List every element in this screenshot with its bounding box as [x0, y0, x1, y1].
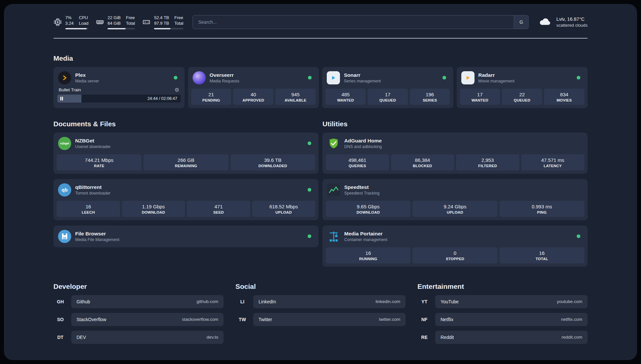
app-card-overseerr[interactable]: Overseerr Media Requests 21 PENDING 40 A…	[188, 67, 319, 108]
bookmark-link-twitter[interactable]: Twitter twitter.com	[253, 313, 406, 326]
bookmark-url: github.com	[197, 299, 218, 304]
stat-wanted: 485 WANTED	[325, 89, 366, 105]
qbittorrent-icon: qb	[58, 183, 71, 197]
bookmark-link-stackoverflow[interactable]: StackOverflow stackoverflow.com	[71, 313, 224, 326]
top-bar: 7% 3.24 CPU Load	[53, 15, 588, 29]
stat-label: QUEUED	[503, 98, 541, 102]
disk-widget: 52.4 TB 97.9 TB Free Total	[142, 15, 183, 29]
bookmark-name: YouTube	[441, 299, 459, 304]
memory-progress-fill	[107, 28, 126, 29]
memory-label-bottom: Total	[126, 21, 135, 26]
section-title-utilities: Utilities	[322, 120, 588, 128]
stat-seed: 471 SEED	[187, 201, 250, 217]
app-card-radarr[interactable]: Radarr Movie management 17 WANTED 22 QUE…	[457, 67, 588, 108]
app-subtitle: DNS and adblocking	[344, 144, 382, 149]
app-card-plex[interactable]: Plex Media server Bullet Train ⚙ 24:44 /…	[53, 67, 185, 108]
stat-wanted: 17 WANTED	[460, 89, 500, 105]
app-subtitle: Container management	[344, 237, 387, 242]
adguard-icon	[327, 137, 340, 150]
app-subtitle: Media Requests	[210, 79, 239, 83]
status-dot	[443, 76, 446, 79]
stat-ping: 0.993 ms PING	[500, 201, 584, 217]
cpu-usage-value: 7%	[65, 15, 74, 21]
stat-value: 2,953	[457, 157, 518, 163]
stat-value: 21	[193, 92, 230, 97]
bookmark-name: Github	[76, 299, 90, 304]
stat-value: 39.6 TB	[232, 157, 314, 163]
app-subtitle: Media File Management	[75, 237, 119, 242]
stat-label: UPLOAD	[414, 210, 496, 214]
disk-icon	[142, 18, 151, 26]
app-name: File Browser	[75, 231, 119, 237]
stat-value: 0	[414, 250, 496, 256]
section-documents: Documents & Files nzbget NZBGet Usenet d…	[53, 120, 319, 267]
app-subtitle: Series management	[344, 79, 381, 83]
stat-label: DOWNLOAD	[327, 210, 409, 214]
settings-icon[interactable]: ⚙	[174, 87, 179, 93]
stat-label: STOPPED	[414, 257, 496, 261]
pause-icon[interactable]	[60, 97, 63, 100]
stat-label: LATENCY	[523, 164, 583, 168]
stat-value: 9.65 Gbps	[327, 204, 409, 209]
cpu-icon	[53, 18, 62, 26]
bookmark-link-dev[interactable]: DEV dev.to	[71, 331, 224, 344]
bookmark-name: Twitter	[259, 317, 272, 322]
bookmark-link-reddit[interactable]: Reddit reddit.com	[435, 331, 588, 344]
weather-widget[interactable]: Lviv, 16.87°C scattered clouds	[538, 16, 588, 28]
bookmark-url: reddit.com	[562, 335, 582, 340]
search-input[interactable]	[193, 15, 529, 29]
app-card-qbittorrent[interactable]: qb qBittorrent Torrent downloader 16 LEE…	[53, 179, 319, 220]
app-card-speedtest[interactable]: Speedtest Speedtest Tracking 9.65 Gbps D…	[322, 179, 588, 220]
section-title-social: Social	[235, 283, 406, 290]
stat-rate: 744.21 Mbps RATE	[57, 154, 141, 170]
bookmark-link-linkedin[interactable]: LinkedIn linkedin.com	[253, 295, 406, 308]
bookmark-abbr: TW	[235, 317, 249, 322]
playback-progress-bar[interactable]: 24:44 / 02:06:47	[57, 95, 181, 103]
app-card-sonarr[interactable]: Sonarr Series management 485 WANTED 17 Q…	[322, 67, 453, 108]
app-card-adguard[interactable]: AdGuard Home DNS and adblocking 498,461 …	[322, 133, 588, 174]
weather-condition: scattered clouds	[556, 22, 588, 28]
bookmark-url: twitter.com	[379, 317, 400, 322]
bookmark-name: Netflix	[441, 317, 453, 322]
status-dot	[577, 234, 580, 238]
app-name: Radarr	[478, 72, 515, 78]
stat-downloaded: 39.6 TB DOWNLOADED	[230, 154, 315, 170]
section-title-documents: Documents & Files	[53, 120, 319, 128]
stat-latency: 47.571 ms LATENCY	[521, 154, 585, 170]
stat-value: 834	[545, 92, 583, 97]
status-dot	[577, 76, 580, 79]
bookmark-github: GH Github github.com	[53, 295, 224, 308]
app-card-portainer[interactable]: Media Portainer Container management 16 …	[322, 226, 588, 267]
app-subtitle: Movie management	[478, 79, 515, 83]
bookmark-name: StackOverflow	[76, 317, 106, 322]
status-dot	[308, 188, 311, 192]
stat-filtered: 2,953 FILTERED	[456, 154, 519, 170]
app-card-nzbget[interactable]: nzbget NZBGet Usenet downloader 744.21 M…	[53, 133, 319, 174]
status-dot	[308, 76, 312, 79]
stat-value: 618.52 Mbps	[254, 204, 314, 209]
stat-queued: 22 QUEUED	[502, 89, 542, 105]
bookmark-link-netflix[interactable]: Netflix netflix.com	[435, 313, 588, 326]
stat-label: WANTED	[327, 98, 364, 102]
stat-leech: 16 LEECH	[57, 201, 120, 217]
stat-available: 945 AVAILABLE	[275, 89, 316, 105]
bookmark-link-github[interactable]: Github github.com	[71, 295, 224, 308]
bookmark-linkedin: LI LinkedIn linkedin.com	[235, 295, 406, 308]
stat-queries: 498,461 QUERIES	[326, 154, 389, 170]
stat-running: 16 RUNNING	[326, 247, 411, 263]
stat-series: 196 SERIES	[410, 89, 450, 105]
bookmark-abbr: DT	[53, 335, 67, 340]
stat-label: WANTED	[461, 98, 499, 102]
weather-location: Lviv, 16.87°C	[556, 16, 588, 23]
bookmark-abbr: RE	[417, 335, 431, 340]
bookmark-link-youtube[interactable]: YouTube youtube.com	[435, 295, 588, 308]
cpu-progress-bar	[65, 28, 88, 29]
stat-pending: 21 PENDING	[191, 89, 231, 105]
stat-remaining: 266 GB REMAINING	[143, 154, 228, 170]
stat-label: MOVIES	[545, 98, 583, 102]
app-subtitle: Usenet downloader	[75, 144, 111, 149]
search-engine-button[interactable]: G	[514, 15, 528, 29]
app-card-filebrowser[interactable]: File Browser Media File Management	[53, 226, 319, 247]
bookmark-url: linkedin.com	[376, 299, 400, 304]
disk-progress-fill	[154, 28, 170, 29]
